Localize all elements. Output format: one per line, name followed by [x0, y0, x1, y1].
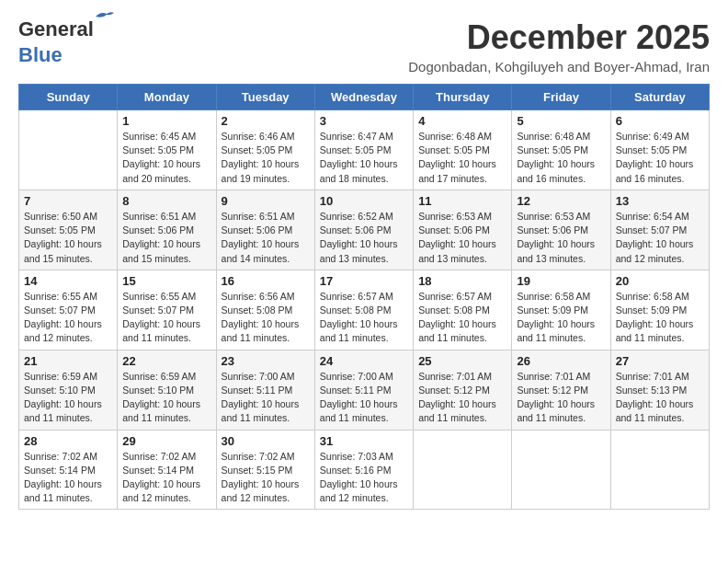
calendar-cell: 31Sunrise: 7:03 AMSunset: 5:16 PMDayligh… [314, 430, 413, 510]
day-number: 18 [418, 274, 506, 288]
calendar-cell: 24Sunrise: 7:00 AMSunset: 5:11 PMDayligh… [314, 350, 413, 430]
calendar-cell: 4Sunrise: 6:48 AMSunset: 5:05 PMDaylight… [414, 110, 512, 190]
calendar-week-row: 21Sunrise: 6:59 AMSunset: 5:10 PMDayligh… [19, 350, 710, 430]
calendar-week-row: 7Sunrise: 6:50 AMSunset: 5:05 PMDaylight… [19, 190, 710, 270]
day-number: 23 [222, 354, 310, 368]
calendar-cell: 19Sunrise: 6:58 AMSunset: 5:09 PMDayligh… [512, 270, 610, 350]
calendar-cell: 21Sunrise: 6:59 AMSunset: 5:10 PMDayligh… [19, 350, 118, 430]
day-number: 7 [24, 194, 112, 208]
calendar-cell: 9Sunrise: 6:51 AMSunset: 5:06 PMDaylight… [216, 190, 314, 270]
day-info: Sunrise: 7:02 AMSunset: 5:15 PMDaylight:… [222, 450, 310, 506]
calendar-cell: 16Sunrise: 6:56 AMSunset: 5:08 PMDayligh… [216, 270, 314, 350]
day-info: Sunrise: 6:56 AMSunset: 5:08 PMDaylight:… [222, 290, 310, 346]
day-info: Sunrise: 6:51 AMSunset: 5:06 PMDaylight:… [122, 210, 210, 266]
day-number: 10 [320, 194, 408, 208]
calendar-cell: 30Sunrise: 7:02 AMSunset: 5:15 PMDayligh… [216, 430, 314, 510]
logo: General Blue [18, 18, 94, 66]
logo-text: General [18, 17, 94, 40]
day-number: 13 [616, 194, 704, 208]
calendar-cell: 27Sunrise: 7:01 AMSunset: 5:13 PMDayligh… [610, 350, 709, 430]
day-info: Sunrise: 6:48 AMSunset: 5:05 PMDaylight:… [517, 130, 605, 186]
location-text: Dogonbadan, Kohgiluyeh and Boyer-Ahmad, … [408, 59, 710, 75]
calendar-cell [610, 430, 709, 510]
day-number: 27 [616, 354, 704, 368]
calendar-cell: 17Sunrise: 6:57 AMSunset: 5:08 PMDayligh… [314, 270, 413, 350]
calendar-week-row: 14Sunrise: 6:55 AMSunset: 5:07 PMDayligh… [19, 270, 710, 350]
day-info: Sunrise: 7:00 AMSunset: 5:11 PMDaylight:… [222, 370, 310, 426]
day-info: Sunrise: 7:01 AMSunset: 5:13 PMDaylight:… [616, 370, 704, 426]
day-number: 25 [418, 354, 506, 368]
day-number: 14 [24, 274, 112, 288]
day-info: Sunrise: 7:01 AMSunset: 5:12 PMDaylight:… [517, 370, 605, 426]
day-number: 15 [122, 274, 210, 288]
calendar-cell: 1Sunrise: 6:45 AMSunset: 5:05 PMDaylight… [118, 110, 216, 190]
day-number: 3 [320, 114, 408, 128]
calendar-cell: 2Sunrise: 6:46 AMSunset: 5:05 PMDaylight… [216, 110, 314, 190]
day-number: 1 [122, 114, 210, 128]
calendar-cell: 13Sunrise: 6:54 AMSunset: 5:07 PMDayligh… [610, 190, 709, 270]
logo-bird-icon [94, 9, 114, 24]
day-info: Sunrise: 6:55 AMSunset: 5:07 PMDaylight:… [122, 290, 210, 346]
title-block: December 2025 Dogonbadan, Kohgiluyeh and… [408, 18, 710, 75]
day-info: Sunrise: 6:58 AMSunset: 5:09 PMDaylight:… [517, 290, 605, 346]
calendar-cell: 26Sunrise: 7:01 AMSunset: 5:12 PMDayligh… [512, 350, 610, 430]
day-number: 26 [517, 354, 605, 368]
calendar-cell: 10Sunrise: 6:52 AMSunset: 5:06 PMDayligh… [314, 190, 413, 270]
calendar-cell: 22Sunrise: 6:59 AMSunset: 5:10 PMDayligh… [118, 350, 216, 430]
calendar-cell: 11Sunrise: 6:53 AMSunset: 5:06 PMDayligh… [414, 190, 512, 270]
day-info: Sunrise: 6:57 AMSunset: 5:08 PMDaylight:… [320, 290, 408, 346]
calendar-cell: 18Sunrise: 6:57 AMSunset: 5:08 PMDayligh… [414, 270, 512, 350]
calendar-cell: 28Sunrise: 7:02 AMSunset: 5:14 PMDayligh… [19, 430, 118, 510]
calendar-cell: 25Sunrise: 7:01 AMSunset: 5:12 PMDayligh… [414, 350, 512, 430]
calendar-cell: 14Sunrise: 6:55 AMSunset: 5:07 PMDayligh… [19, 270, 118, 350]
day-number: 17 [320, 274, 408, 288]
day-info: Sunrise: 6:45 AMSunset: 5:05 PMDaylight:… [122, 130, 210, 186]
weekday-header-tuesday: Tuesday [216, 85, 314, 110]
day-number: 11 [418, 194, 506, 208]
calendar-cell: 15Sunrise: 6:55 AMSunset: 5:07 PMDayligh… [118, 270, 216, 350]
calendar-cell: 20Sunrise: 6:58 AMSunset: 5:09 PMDayligh… [610, 270, 709, 350]
weekday-header-monday: Monday [118, 85, 216, 110]
day-info: Sunrise: 6:46 AMSunset: 5:05 PMDaylight:… [222, 130, 310, 186]
day-info: Sunrise: 6:58 AMSunset: 5:09 PMDaylight:… [616, 290, 704, 346]
logo-blue-text: Blue [18, 44, 63, 66]
day-number: 22 [122, 354, 210, 368]
day-info: Sunrise: 6:55 AMSunset: 5:07 PMDaylight:… [24, 290, 112, 346]
calendar-cell: 7Sunrise: 6:50 AMSunset: 5:05 PMDaylight… [19, 190, 118, 270]
day-number: 28 [24, 434, 112, 448]
day-number: 6 [616, 114, 704, 128]
day-number: 31 [320, 434, 408, 448]
calendar-cell: 3Sunrise: 6:47 AMSunset: 5:05 PMDaylight… [314, 110, 413, 190]
day-info: Sunrise: 6:49 AMSunset: 5:05 PMDaylight:… [616, 130, 704, 186]
calendar-cell: 5Sunrise: 6:48 AMSunset: 5:05 PMDaylight… [512, 110, 610, 190]
day-number: 24 [320, 354, 408, 368]
day-info: Sunrise: 6:47 AMSunset: 5:05 PMDaylight:… [320, 130, 408, 186]
day-number: 8 [122, 194, 210, 208]
day-info: Sunrise: 6:54 AMSunset: 5:07 PMDaylight:… [616, 210, 704, 266]
weekday-header-sunday: Sunday [19, 85, 118, 110]
calendar-cell [512, 430, 610, 510]
month-title: December 2025 [408, 18, 710, 57]
day-info: Sunrise: 6:50 AMSunset: 5:05 PMDaylight:… [24, 210, 112, 266]
day-info: Sunrise: 6:52 AMSunset: 5:06 PMDaylight:… [320, 210, 408, 266]
day-number: 4 [418, 114, 506, 128]
weekday-header-saturday: Saturday [610, 85, 709, 110]
day-info: Sunrise: 6:59 AMSunset: 5:10 PMDaylight:… [122, 370, 210, 426]
day-number: 21 [24, 354, 112, 368]
calendar-table: SundayMondayTuesdayWednesdayThursdayFrid… [18, 84, 710, 510]
day-info: Sunrise: 7:02 AMSunset: 5:14 PMDaylight:… [122, 450, 210, 506]
day-info: Sunrise: 6:51 AMSunset: 5:06 PMDaylight:… [222, 210, 310, 266]
calendar-week-row: 1Sunrise: 6:45 AMSunset: 5:05 PMDaylight… [19, 110, 710, 190]
weekday-header-thursday: Thursday [414, 85, 512, 110]
calendar-cell [414, 430, 512, 510]
day-info: Sunrise: 7:00 AMSunset: 5:11 PMDaylight:… [320, 370, 408, 426]
day-info: Sunrise: 6:53 AMSunset: 5:06 PMDaylight:… [418, 210, 506, 266]
day-number: 20 [616, 274, 704, 288]
calendar-cell: 8Sunrise: 6:51 AMSunset: 5:06 PMDaylight… [118, 190, 216, 270]
day-number: 30 [222, 434, 310, 448]
day-number: 19 [517, 274, 605, 288]
day-number: 12 [517, 194, 605, 208]
calendar-cell: 12Sunrise: 6:53 AMSunset: 5:06 PMDayligh… [512, 190, 610, 270]
weekday-header-wednesday: Wednesday [314, 85, 413, 110]
calendar-week-row: 28Sunrise: 7:02 AMSunset: 5:14 PMDayligh… [19, 430, 710, 510]
